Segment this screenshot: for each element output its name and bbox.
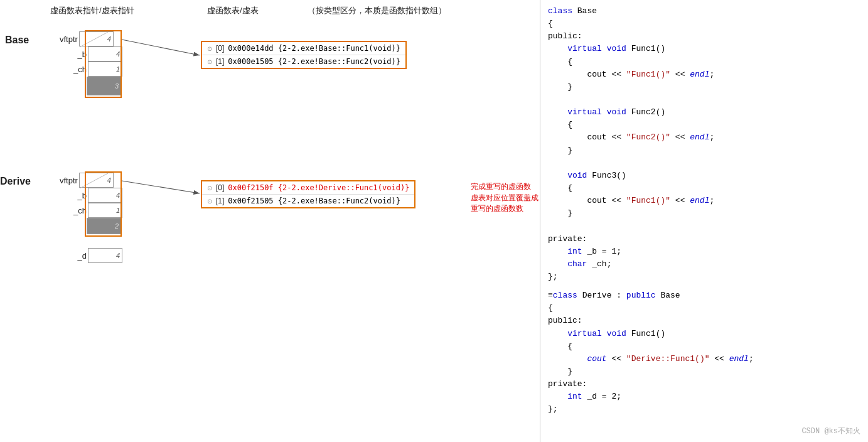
base-b-label: _b <box>60 50 87 59</box>
code-derive-5: { <box>548 340 860 353</box>
code-base-10: { <box>548 119 860 131</box>
code-base-7: } <box>548 81 860 94</box>
label-vtable-ptr: 虚函数表指针/虚表指针 <box>50 5 134 16</box>
label-description: （按类型区分，本质是函数指针数组） <box>308 5 446 16</box>
code-base-15: { <box>548 182 860 195</box>
base-b-row: _b 4 <box>60 46 122 62</box>
base-ch-offset: 1 <box>116 65 120 73</box>
derive-annotation-1: 完成重写的虚函数 <box>471 181 531 192</box>
base-padding-box: 3 <box>87 77 121 95</box>
derive-ch-box: 1 <box>88 203 122 218</box>
derive-padding-offset: 2 <box>115 222 119 230</box>
derive-vtable-row-0: ⊙ [0] 0x00f2150f {2-2.exe!Derive::Func1(… <box>202 181 414 195</box>
code-base-1: class Base <box>548 5 860 18</box>
base-padding-offset: 3 <box>115 82 119 90</box>
derive-class-code: ≡class Derive : public Base { public: vi… <box>548 289 860 416</box>
code-divider <box>548 283 860 289</box>
code-derive-6: cout << "Derive::Func1()" << endl; <box>548 353 860 365</box>
derive-d-row: _d 4 <box>60 248 122 263</box>
code-base-5: { <box>548 56 860 68</box>
code-base-16: cout << "Func1()" << endl; <box>548 195 860 207</box>
derive-vftptr-label: vftptr <box>60 176 78 185</box>
base-vftptr-row: vftptr 4 <box>60 31 114 46</box>
watermark: CSDN @ks不知火 <box>801 426 860 437</box>
code-derive-1: ≡class Derive : public Base <box>548 289 860 302</box>
code-base-4: virtual void Func1() <box>548 43 860 55</box>
derive-b-offset: 4 <box>116 191 120 199</box>
code-derive-4: virtual void Func1() <box>548 328 860 340</box>
derive-vtable-addr-1: 0x00f21505 {2-2.exe!Base::Func2(void)} <box>228 197 400 205</box>
code-derive-3: public: <box>548 315 860 327</box>
base-class-code: class Base { public: virtual void Func1(… <box>548 5 860 283</box>
derive-vtable-bullet-0: ⊙ <box>207 185 212 191</box>
code-base-19: private: <box>548 233 860 245</box>
base-vtable-row-1: ⊙ [1] 0x000e1505 {2-2.exe!Base::Func2(vo… <box>202 55 405 68</box>
derive-vftptr-box: 4 <box>79 173 114 188</box>
derive-vtable-index-1: [1] <box>216 197 224 205</box>
derive-vtable-row-1: ⊙ [1] 0x00f21505 {2-2.exe!Base::Func2(vo… <box>202 195 414 207</box>
base-b-offset: 4 <box>116 50 120 58</box>
base-ch-row: _ch 1 <box>60 62 122 77</box>
code-derive-2: { <box>548 302 860 315</box>
base-vtable-addr-0: 0x000e14dd {2-2.exe!Base::Func1(void)} <box>228 44 400 53</box>
svg-line-0 <box>80 32 108 47</box>
derive-b-box: 4 <box>88 188 122 203</box>
derive-b-row: _b 4 <box>60 188 122 203</box>
derive-vtable-addr-0: 0x00f2150f {2-2.exe!Derive::Func1(void)} <box>228 183 409 192</box>
base-vftptr-box: 4 <box>79 31 114 46</box>
code-base-22: }; <box>548 271 860 283</box>
derive-b-label: _b <box>60 191 87 200</box>
code-derive-9: int _d = 2; <box>548 391 860 403</box>
code-derive-8: private: <box>548 378 860 391</box>
derive-ch-row: _ch 1 <box>60 203 122 218</box>
base-vtable-box: ⊙ [0] 0x000e14dd {2-2.exe!Base::Func1(vo… <box>201 41 407 69</box>
code-base-21: char _ch; <box>548 258 860 271</box>
svg-line-2 <box>122 40 200 55</box>
base-vtable-index-0: [0] <box>216 44 224 53</box>
diagram-section: 虚函数表指针/虚表指针 虚函数表/虚表 （按类型区分，本质是函数指针数组） Ba… <box>0 0 540 442</box>
label-vtable: 虚函数表/虚表 <box>207 5 259 16</box>
base-ch-label: _ch <box>60 65 87 74</box>
base-vftptr-offset: 4 <box>107 35 111 43</box>
code-section: class Base { public: virtual void Func1(… <box>540 0 868 442</box>
base-vtable-row-0: ⊙ [0] 0x000e14dd {2-2.exe!Base::Func1(vo… <box>202 42 405 55</box>
derive-ch-label: _ch <box>60 206 87 215</box>
code-derive-7: } <box>548 365 860 378</box>
derive-annotation-2: 虚表对应位置覆盖成重写的虚函数数 <box>471 193 540 214</box>
derive-d-box: 4 <box>88 248 122 263</box>
code-base-17: } <box>548 207 860 220</box>
base-b-box: 4 <box>88 46 122 62</box>
derive-padding-box: 2 <box>87 218 121 234</box>
svg-line-3 <box>122 181 200 193</box>
derive-vtable-box: ⊙ [0] 0x00f2150f {2-2.exe!Derive::Func1(… <box>201 180 415 208</box>
base-vtable-bullet-0: ⊙ <box>207 45 212 52</box>
code-base-2: { <box>548 18 860 30</box>
base-vtable-addr-1: 0x000e1505 {2-2.exe!Base::Func2(void)} <box>228 57 400 66</box>
base-vtable-index-1: [1] <box>216 57 224 66</box>
code-base-13 <box>548 157 860 170</box>
derive-vtable-bullet-1: ⊙ <box>207 198 212 205</box>
code-derive-10: }; <box>548 403 860 416</box>
derive-d-label: _d <box>60 251 87 261</box>
derive-vftptr-row: vftptr 4 <box>60 173 114 188</box>
base-class-label: Base <box>5 35 29 46</box>
derive-vtable-index-0: [0] <box>216 183 224 192</box>
code-base-6: cout << "Func1()" << endl; <box>548 68 860 81</box>
code-base-11: cout << "Func2()" << endl; <box>548 131 860 144</box>
base-vftptr-label: vftptr <box>60 35 78 44</box>
derive-class-label: Derive <box>0 176 31 187</box>
code-base-12: } <box>548 144 860 157</box>
code-base-20: int _b = 1; <box>548 245 860 258</box>
code-base-8 <box>548 94 860 106</box>
main-container: 虚函数表指针/虚表指针 虚函数表/虚表 （按类型区分，本质是函数指针数组） Ba… <box>0 0 868 442</box>
base-vtable-bullet-1: ⊙ <box>207 58 212 65</box>
derive-d-offset: 4 <box>116 252 120 259</box>
base-ch-box: 1 <box>88 62 122 77</box>
code-base-3: public: <box>548 30 860 43</box>
derive-vftptr-offset: 4 <box>107 176 111 184</box>
code-base-9: virtual void Func2() <box>548 106 860 119</box>
derive-ch-offset: 1 <box>116 207 120 214</box>
svg-line-1 <box>80 173 108 188</box>
code-base-18 <box>548 220 860 232</box>
code-base-14: void Func3() <box>548 170 860 182</box>
